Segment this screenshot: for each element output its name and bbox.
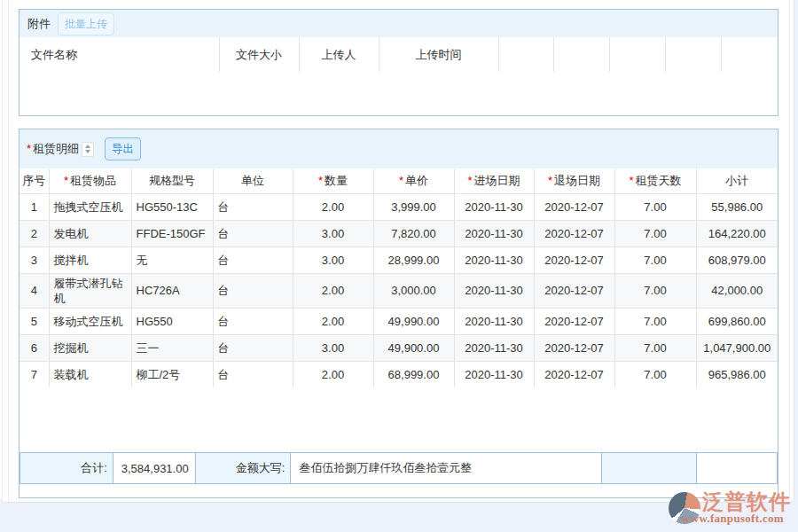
rental-column-header: *退场日期	[534, 168, 614, 193]
rental-cell: 68,999.00	[373, 361, 454, 387]
attachment-column-header: 文件名称	[20, 37, 219, 72]
rental-cell: 7.00	[614, 308, 696, 334]
rental-cell: 699,860.00	[696, 308, 778, 334]
attachments-header: 附件 批量上传	[20, 10, 778, 37]
rental-cell: 7.00	[614, 273, 696, 308]
attachment-column-header: 上传时间	[379, 37, 498, 72]
rental-footer: 合计: 3,584,931.00 金额大写: 叁佰伍拾捌万肆仟玖佰叁拾壹元整	[20, 452, 778, 484]
rental-cell: 7.00	[614, 361, 696, 387]
rental-cell: 无	[131, 246, 213, 273]
rental-cell: 台	[213, 334, 293, 361]
required-asterisk: *	[27, 142, 31, 155]
rental-cell: 164,220.00	[696, 220, 778, 246]
rental-cell: 7.00	[614, 193, 696, 220]
rental-cell: 拖拽式空压机	[49, 193, 131, 220]
rental-cell: 3.00	[293, 220, 373, 246]
rental-header: *租赁明细 导出	[20, 129, 778, 168]
rental-cell: 2020-11-30	[454, 193, 534, 220]
attachments-title: 附件	[27, 16, 51, 32]
rental-row: 2发电机FFDE-150GF台3.007,820.002020-11-30202…	[20, 220, 778, 246]
rental-cell: HG550	[131, 308, 213, 334]
rental-row: 1拖拽式空压机HG550-13C台2.003,999.002020-11-302…	[20, 193, 778, 220]
required-asterisk: *	[64, 174, 68, 187]
left-edge-line	[2, 0, 3, 502]
rental-cell: 1	[20, 193, 49, 220]
rental-cell: 5	[20, 308, 49, 334]
rental-cell: 3.00	[293, 334, 373, 361]
rental-cell: 7	[20, 361, 49, 387]
rental-cell: 柳工/2号	[131, 361, 213, 387]
rental-cell: 608,979.00	[696, 246, 778, 273]
rental-cell: HG550-13C	[131, 193, 213, 220]
sort-toggle[interactable]	[82, 142, 94, 157]
rental-column-header: *租赁物品	[49, 168, 131, 193]
sort-up-icon	[85, 145, 90, 148]
rental-cell: 965,986.00	[696, 361, 778, 387]
export-button[interactable]: 导出	[105, 137, 141, 160]
rental-row: 4履带式潜孔钻机HC726A台2.003,000.002020-11-30202…	[20, 273, 778, 308]
rental-cell: 2.00	[293, 273, 373, 308]
required-asterisk: *	[467, 174, 472, 187]
sort-down-icon	[85, 150, 90, 153]
rental-cell: 2.00	[293, 361, 373, 387]
attachment-column-header	[721, 37, 778, 72]
vendor-brand: 泛普软件	[702, 490, 791, 513]
rental-column-header: *租赁天数	[614, 168, 696, 193]
rental-cell: 2020-12-07	[534, 334, 614, 361]
total-value: 3,584,931.00	[113, 453, 196, 483]
rental-cell: 装载机	[49, 361, 131, 387]
amount-words-value: 叁佰伍拾捌万肆仟玖佰叁拾壹元整	[291, 453, 602, 483]
rental-row: 6挖掘机三一台3.0049,900.002020-11-302020-12-07…	[20, 334, 778, 361]
rental-column-header: *进场日期	[454, 168, 534, 193]
rental-cell: 2020-11-30	[454, 273, 534, 308]
required-asterisk: *	[318, 174, 323, 187]
rental-cell: 6	[20, 334, 49, 361]
rental-cell: 55,986.00	[696, 193, 778, 220]
footer-empty-box	[697, 453, 777, 483]
attachment-column-header	[498, 37, 553, 72]
rental-cell: 3,000.00	[373, 273, 454, 308]
attachment-column-header: 文件大小	[219, 37, 299, 72]
rental-column-header: 单位	[213, 168, 293, 193]
rental-column-header: 序号	[20, 168, 49, 193]
required-asterisk: *	[548, 174, 552, 187]
rental-cell: 7.00	[614, 220, 696, 246]
attachments-header-row: 文件名称文件大小上传人上传时间	[20, 37, 778, 72]
rental-cell: 2020-12-07	[534, 246, 614, 273]
rental-cell: 台	[213, 308, 293, 334]
rental-cell: 7.00	[614, 246, 696, 273]
rental-column-header: *单价	[373, 168, 454, 193]
rental-cell: 2020-12-07	[534, 273, 614, 308]
rental-cell: 搅拌机	[49, 246, 131, 273]
rental-cell: 2020-12-07	[534, 220, 614, 246]
rental-row: 3搅拌机无台3.0028,999.002020-11-302020-12-077…	[20, 246, 778, 273]
rental-row: 5移动式空压机HG550台2.0049,990.002020-11-302020…	[20, 308, 778, 334]
rental-column-header: *数量	[293, 168, 373, 193]
rental-cell: 2.00	[293, 308, 373, 334]
rental-cell: 7,820.00	[373, 220, 454, 246]
batch-upload-button[interactable]: 批量上传	[58, 12, 114, 35]
rental-cell: 台	[213, 273, 293, 308]
rental-cell: 2	[20, 220, 49, 246]
rental-cell: 台	[213, 220, 293, 246]
rental-cell: 49,900.00	[373, 334, 454, 361]
attachments-table: 文件名称文件大小上传人上传时间	[20, 37, 778, 72]
rental-cell: 2020-11-30	[454, 361, 534, 387]
left-inner-line	[8, 0, 9, 502]
attachment-column-header	[609, 37, 665, 72]
rental-title: *租赁明细	[27, 141, 79, 157]
rental-row: 7装载机柳工/2号台2.0068,999.002020-11-302020-12…	[20, 361, 778, 387]
rental-cell: 3.00	[293, 246, 373, 273]
attachments-panel: 附件 批量上传 文件名称文件大小上传人上传时间	[19, 9, 778, 116]
rental-cell: 1,047,900.00	[696, 334, 778, 361]
rental-cell: 移动式空压机	[49, 308, 131, 334]
required-asterisk: *	[399, 174, 403, 187]
rental-cell: 三一	[131, 334, 213, 361]
rental-cell: 台	[213, 193, 293, 220]
rental-cell: 3	[20, 246, 49, 273]
total-label: 合计:	[20, 453, 113, 483]
rental-column-header: 小计	[696, 168, 778, 193]
rental-table: 序号*租赁物品规格型号单位*数量*单价*进场日期*退场日期*租赁天数小计 1拖拽…	[20, 168, 778, 387]
rental-cell: 台	[213, 246, 293, 273]
rental-cell: 台	[213, 361, 293, 387]
